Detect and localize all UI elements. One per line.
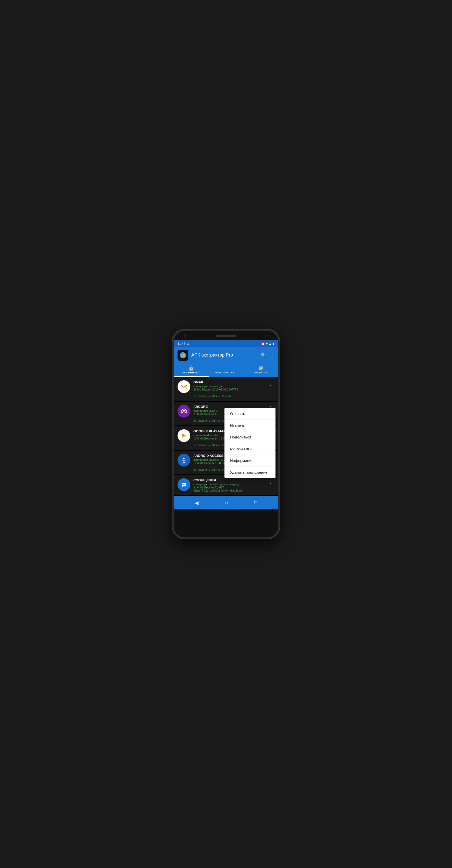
messages-info: СООБЩЕНИЯ com.google.android.apps.messag… xyxy=(193,478,264,492)
cast-icon: ⊙ xyxy=(187,342,189,346)
status-bar: 11:48 ⊙ ⏰ ▾ ▲ ▮ xyxy=(174,340,278,347)
app-list: GMAIL com.google.android.gm 26 Mb Версия… xyxy=(174,377,278,496)
app-item-gmail[interactable]: GMAIL com.google.android.gm 26 Mb Версия… xyxy=(174,377,278,401)
svg-text:🤖: 🤖 xyxy=(180,353,186,358)
status-left: 11:48 ⊙ xyxy=(177,342,189,346)
gmail-logo xyxy=(177,380,190,393)
context-menu-store[interactable]: Магазин игр xyxy=(224,443,276,455)
tab-my-apps[interactable]: 👤 МОИ ПРИЛОЖЬ... xyxy=(209,363,243,377)
search-button[interactable]: 🔍 xyxy=(261,352,266,358)
messages-version2: (Ettin_RC12_xxxhdpi.arm64-v8a.phone) xyxy=(193,489,264,492)
tab-bar: 🤖 СИСТЕМНЫЕ П... 👤 МОИ ПРИЛОЖЬ... 📁 АРК … xyxy=(174,363,278,377)
recent-button[interactable]: □ xyxy=(254,500,257,505)
android-icon: 🤖 xyxy=(189,365,194,371)
battery-icon: ▮ xyxy=(273,342,275,346)
gmail-menu-button[interactable]: ⋮ xyxy=(267,380,275,387)
wifi-icon: ▾ xyxy=(266,342,267,346)
app-bar: 🤖 АРК экстрактор Pro 🔍 ⋮ xyxy=(174,347,278,363)
context-menu-uninstall[interactable]: Удалить приложение xyxy=(224,467,276,478)
tab-system-label: СИСТЕМНЫЕ П... xyxy=(181,371,202,374)
app-item-messages[interactable]: СООБЩЕНИЯ com.google.android.apps.messag… xyxy=(174,475,278,495)
arcore-logo xyxy=(177,405,190,417)
context-menu-open[interactable]: Открыть xyxy=(224,408,276,420)
notch-area xyxy=(174,331,278,340)
gmail-info: GMAIL com.google.android.gm 26 Mb Версия… xyxy=(193,380,264,391)
person-icon: 👤 xyxy=(223,365,229,371)
gmail-version: 26 Mb Версия 2019.03.03.2405773 xyxy=(193,388,264,391)
camera xyxy=(184,335,186,337)
alarm-icon: ⏰ xyxy=(261,342,265,346)
phone-frame: 11:48 ⊙ ⏰ ▾ ▲ ▮ 🤖 АРК экстрактор Pro 🔍 ⋮… xyxy=(172,330,280,539)
messages-logo xyxy=(177,478,190,491)
back-button[interactable]: ◀ xyxy=(195,500,198,506)
nav-bar: ◀ ○ □ xyxy=(174,496,278,509)
context-menu-info[interactable]: Информация xyxy=(224,455,276,467)
app-logo: 🤖 xyxy=(177,350,188,361)
messages-menu-button[interactable]: ⋮ xyxy=(267,478,275,485)
context-menu-share[interactable]: Поделиться xyxy=(224,431,276,443)
gmail-name: GMAIL xyxy=(193,380,264,384)
time-display: 11:48 xyxy=(177,342,185,346)
messages-version: 34,6 Mb Версия 4.1.067 xyxy=(193,486,264,489)
gmail-package: com.google.android.gm xyxy=(193,384,264,388)
app-title: АРК экстрактор Pro xyxy=(191,352,258,358)
messages-package: com.google.android.apps.messaging xyxy=(193,483,264,486)
speaker xyxy=(216,335,236,337)
home-button[interactable]: ○ xyxy=(224,499,228,506)
tab-apk-folder[interactable]: 📁 АРК ПАПКА xyxy=(243,363,278,377)
status-right: ⏰ ▾ ▲ ▮ xyxy=(261,342,275,346)
context-menu-extract[interactable]: Извлечь xyxy=(224,420,276,431)
tab-system-apps[interactable]: 🤖 СИСТЕМНЫЕ П... xyxy=(174,363,209,377)
svg-point-6 xyxy=(183,410,185,412)
folder-icon: 📁 xyxy=(258,365,263,371)
svg-rect-16 xyxy=(182,483,186,486)
tab-folder-label: АРК ПАПКА xyxy=(254,371,268,374)
app-bar-actions: 🔍 ⋮ xyxy=(261,352,275,358)
gmail-install-date: Установлены: 01 янв. 09 - обн... xyxy=(177,395,275,398)
playstore-logo xyxy=(177,429,190,442)
accessibility-logo xyxy=(177,454,190,467)
messages-name: СООБЩЕНИЯ xyxy=(193,478,264,482)
overflow-menu-button[interactable]: ⋮ xyxy=(270,352,275,358)
signal-icon: ▲ xyxy=(268,342,272,346)
tab-my-label: МОИ ПРИЛОЖЬ... xyxy=(215,371,237,374)
context-menu: Открыть Извлечь Поделиться Магазин игр И… xyxy=(224,408,276,478)
